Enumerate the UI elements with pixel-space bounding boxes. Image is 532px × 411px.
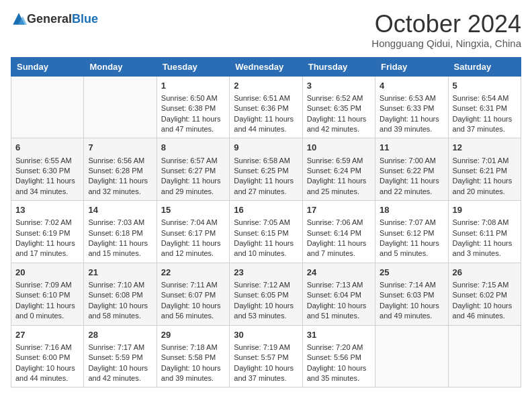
calendar-cell: 16Sunrise: 7:05 AMSunset: 6:15 PMDayligh… bbox=[230, 201, 302, 263]
calendar-cell: 20Sunrise: 7:09 AMSunset: 6:10 PMDayligh… bbox=[11, 263, 84, 325]
cell-info: Sunrise: 7:05 AMSunset: 6:15 PMDaylight:… bbox=[234, 218, 294, 257]
cell-info: Sunrise: 7:15 AMSunset: 6:02 PMDaylight:… bbox=[453, 281, 513, 320]
calendar-cell bbox=[375, 325, 448, 387]
cell-info: Sunrise: 7:17 AMSunset: 5:59 PMDaylight:… bbox=[88, 343, 148, 382]
cell-info: Sunrise: 7:12 AMSunset: 6:05 PMDaylight:… bbox=[234, 281, 294, 320]
calendar-cell bbox=[448, 325, 521, 387]
day-header-saturday: Saturday bbox=[448, 57, 521, 76]
cell-info: Sunrise: 7:01 AMSunset: 6:21 PMDaylight:… bbox=[453, 156, 513, 195]
day-number: 12 bbox=[453, 142, 517, 154]
cell-info: Sunrise: 7:14 AMSunset: 6:03 PMDaylight:… bbox=[380, 281, 439, 320]
cell-info: Sunrise: 6:59 AMSunset: 6:24 PMDaylight:… bbox=[307, 156, 367, 195]
day-number: 3 bbox=[307, 80, 371, 92]
day-number: 25 bbox=[380, 267, 443, 279]
day-header-tuesday: Tuesday bbox=[157, 57, 229, 76]
calendar-cell: 8Sunrise: 6:57 AMSunset: 6:27 PMDaylight… bbox=[157, 138, 229, 201]
cell-info: Sunrise: 6:52 AMSunset: 6:35 PMDaylight:… bbox=[307, 94, 367, 133]
logo-general: General bbox=[27, 12, 72, 26]
day-number: 8 bbox=[161, 142, 225, 154]
calendar-cell: 10Sunrise: 6:59 AMSunset: 6:24 PMDayligh… bbox=[302, 138, 375, 201]
day-number: 24 bbox=[307, 267, 371, 279]
day-number: 13 bbox=[15, 204, 79, 216]
calendar-cell: 11Sunrise: 7:00 AMSunset: 6:22 PMDayligh… bbox=[375, 138, 448, 201]
day-number: 23 bbox=[234, 267, 298, 279]
calendar-cell: 7Sunrise: 6:56 AMSunset: 6:28 PMDaylight… bbox=[84, 138, 157, 201]
calendar-cell: 6Sunrise: 6:55 AMSunset: 6:30 PMDaylight… bbox=[11, 138, 84, 201]
calendar-cell bbox=[84, 76, 157, 138]
day-number: 9 bbox=[234, 142, 298, 154]
calendar-week-row: 20Sunrise: 7:09 AMSunset: 6:10 PMDayligh… bbox=[11, 263, 521, 325]
day-number: 22 bbox=[161, 267, 225, 279]
cell-info: Sunrise: 6:53 AMSunset: 6:33 PMDaylight:… bbox=[380, 94, 439, 133]
calendar-cell: 17Sunrise: 7:06 AMSunset: 6:14 PMDayligh… bbox=[302, 201, 375, 263]
calendar-week-row: 13Sunrise: 7:02 AMSunset: 6:19 PMDayligh… bbox=[11, 201, 521, 263]
calendar-cell: 18Sunrise: 7:07 AMSunset: 6:12 PMDayligh… bbox=[375, 201, 448, 263]
day-number: 29 bbox=[161, 329, 225, 341]
day-header-wednesday: Wednesday bbox=[230, 57, 302, 76]
month-title: October 2024 bbox=[371, 11, 521, 38]
day-number: 4 bbox=[380, 80, 443, 92]
calendar-table: SundayMondayTuesdayWednesdayThursdayFrid… bbox=[11, 57, 521, 388]
day-number: 15 bbox=[161, 204, 225, 216]
cell-info: Sunrise: 7:18 AMSunset: 5:58 PMDaylight:… bbox=[161, 343, 221, 382]
day-header-monday: Monday bbox=[84, 57, 157, 76]
cell-info: Sunrise: 7:06 AMSunset: 6:14 PMDaylight:… bbox=[307, 218, 367, 257]
day-number: 5 bbox=[453, 80, 517, 92]
calendar-cell: 28Sunrise: 7:17 AMSunset: 5:59 PMDayligh… bbox=[84, 325, 157, 387]
cell-info: Sunrise: 7:04 AMSunset: 6:17 PMDaylight:… bbox=[161, 218, 221, 257]
day-number: 11 bbox=[380, 142, 443, 154]
cell-info: Sunrise: 6:55 AMSunset: 6:30 PMDaylight:… bbox=[15, 156, 75, 195]
cell-info: Sunrise: 7:07 AMSunset: 6:12 PMDaylight:… bbox=[380, 218, 439, 257]
cell-info: Sunrise: 7:09 AMSunset: 6:10 PMDaylight:… bbox=[15, 281, 75, 320]
day-header-sunday: Sunday bbox=[11, 57, 84, 76]
calendar-cell: 9Sunrise: 6:58 AMSunset: 6:25 PMDaylight… bbox=[230, 138, 302, 201]
calendar-cell: 14Sunrise: 7:03 AMSunset: 6:18 PMDayligh… bbox=[84, 201, 157, 263]
cell-info: Sunrise: 6:58 AMSunset: 6:25 PMDaylight:… bbox=[234, 156, 294, 195]
calendar-cell: 29Sunrise: 7:18 AMSunset: 5:58 PMDayligh… bbox=[157, 325, 229, 387]
calendar-header-row: SundayMondayTuesdayWednesdayThursdayFrid… bbox=[11, 57, 521, 76]
day-number: 16 bbox=[234, 204, 298, 216]
calendar-cell: 22Sunrise: 7:11 AMSunset: 6:07 PMDayligh… bbox=[157, 263, 229, 325]
calendar-week-row: 6Sunrise: 6:55 AMSunset: 6:30 PMDaylight… bbox=[11, 138, 521, 201]
logo: GeneralBlue bbox=[11, 11, 98, 27]
cell-info: Sunrise: 7:11 AMSunset: 6:07 PMDaylight:… bbox=[161, 281, 221, 320]
day-number: 26 bbox=[453, 267, 517, 279]
cell-info: Sunrise: 6:54 AMSunset: 6:31 PMDaylight:… bbox=[453, 94, 513, 133]
day-number: 10 bbox=[307, 142, 371, 154]
cell-info: Sunrise: 7:08 AMSunset: 6:11 PMDaylight:… bbox=[453, 218, 513, 257]
calendar-cell: 25Sunrise: 7:14 AMSunset: 6:03 PMDayligh… bbox=[375, 263, 448, 325]
day-number: 1 bbox=[161, 80, 225, 92]
calendar-cell: 5Sunrise: 6:54 AMSunset: 6:31 PMDaylight… bbox=[448, 76, 521, 138]
cell-info: Sunrise: 6:56 AMSunset: 6:28 PMDaylight:… bbox=[88, 156, 148, 195]
day-number: 20 bbox=[15, 267, 79, 279]
day-header-thursday: Thursday bbox=[302, 57, 375, 76]
calendar-cell: 27Sunrise: 7:16 AMSunset: 6:00 PMDayligh… bbox=[11, 325, 84, 387]
calendar-cell: 12Sunrise: 7:01 AMSunset: 6:21 PMDayligh… bbox=[448, 138, 521, 201]
cell-info: Sunrise: 7:19 AMSunset: 5:57 PMDaylight:… bbox=[234, 343, 294, 382]
page-header: GeneralBlue October 2024 Hongguang Qidui… bbox=[11, 11, 521, 49]
calendar-cell: 26Sunrise: 7:15 AMSunset: 6:02 PMDayligh… bbox=[448, 263, 521, 325]
calendar-cell: 24Sunrise: 7:13 AMSunset: 6:04 PMDayligh… bbox=[302, 263, 375, 325]
logo-icon bbox=[11, 11, 27, 27]
title-area: October 2024 Hongguang Qidui, Ningxia, C… bbox=[371, 11, 521, 49]
day-header-friday: Friday bbox=[375, 57, 448, 76]
cell-info: Sunrise: 7:02 AMSunset: 6:19 PMDaylight:… bbox=[15, 218, 75, 257]
location: Hongguang Qidui, Ningxia, China bbox=[371, 38, 521, 49]
calendar-cell: 13Sunrise: 7:02 AMSunset: 6:19 PMDayligh… bbox=[11, 201, 84, 263]
calendar-week-row: 1Sunrise: 6:50 AMSunset: 6:38 PMDaylight… bbox=[11, 76, 521, 138]
day-number: 6 bbox=[15, 142, 79, 154]
calendar-cell: 19Sunrise: 7:08 AMSunset: 6:11 PMDayligh… bbox=[448, 201, 521, 263]
day-number: 31 bbox=[307, 329, 371, 341]
day-number: 19 bbox=[453, 204, 517, 216]
calendar-cell: 15Sunrise: 7:04 AMSunset: 6:17 PMDayligh… bbox=[157, 201, 229, 263]
calendar-cell: 2Sunrise: 6:51 AMSunset: 6:36 PMDaylight… bbox=[230, 76, 302, 138]
calendar-cell: 23Sunrise: 7:12 AMSunset: 6:05 PMDayligh… bbox=[230, 263, 302, 325]
calendar-cell: 3Sunrise: 6:52 AMSunset: 6:35 PMDaylight… bbox=[302, 76, 375, 138]
cell-info: Sunrise: 7:13 AMSunset: 6:04 PMDaylight:… bbox=[307, 281, 367, 320]
cell-info: Sunrise: 6:50 AMSunset: 6:38 PMDaylight:… bbox=[161, 94, 221, 133]
calendar-cell: 1Sunrise: 6:50 AMSunset: 6:38 PMDaylight… bbox=[157, 76, 229, 138]
cell-info: Sunrise: 6:57 AMSunset: 6:27 PMDaylight:… bbox=[161, 156, 221, 195]
calendar-cell: 4Sunrise: 6:53 AMSunset: 6:33 PMDaylight… bbox=[375, 76, 448, 138]
cell-info: Sunrise: 7:20 AMSunset: 5:56 PMDaylight:… bbox=[307, 343, 367, 382]
cell-info: Sunrise: 7:00 AMSunset: 6:22 PMDaylight:… bbox=[380, 156, 439, 195]
